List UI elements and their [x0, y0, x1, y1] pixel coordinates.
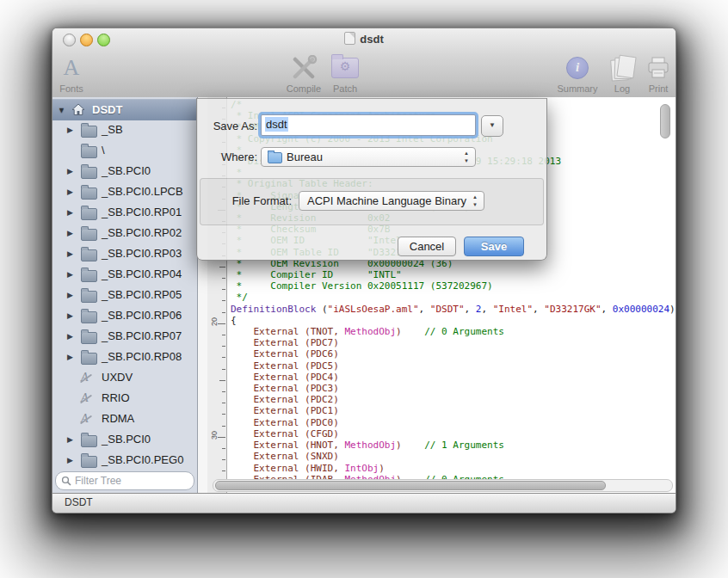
disclosure-triangle-icon[interactable]: ▶ [67, 435, 73, 444]
code-line: External (PDC4) [231, 372, 676, 383]
file-format-label: File Format: [197, 194, 292, 207]
sidebar-item-rdma[interactable]: ARDMA [52, 409, 197, 429]
method-icon: A [81, 412, 96, 426]
disclosure-triangle-icon[interactable]: ▶ [67, 456, 73, 464]
sidebar-item-[interactable]: \ [52, 140, 197, 161]
folder-icon [81, 350, 96, 364]
save-sheet: Save As: dsdt ▼ Where: Bureau ▲▼ File Fo… [196, 98, 547, 261]
patch-icon: ⚙ [321, 54, 369, 82]
code-line: External (PDC0) [231, 417, 676, 428]
toolbar-item-fonts[interactable]: A Fonts [52, 54, 96, 94]
sidebar-item-sbpci0rp07[interactable]: ▶_SB.PCI0.RP07 [52, 326, 197, 347]
disclosure-triangle-icon[interactable]: ▶ [67, 270, 73, 279]
sidebar-item-label: _SB.PCI0 [102, 164, 151, 177]
sidebar-item-sbpci0peg0[interactable]: ▶_SB.PCI0.PEG0 [52, 450, 197, 470]
vertical-scrollbar-thumb[interactable] [660, 104, 670, 138]
horizontal-scrollbar-track[interactable] [213, 479, 673, 492]
horizontal-scrollbar-thumb[interactable] [215, 481, 606, 490]
save-as-value: dsdt [265, 117, 288, 132]
sidebar-item-label: _SB.PCI0.RP06 [102, 309, 182, 322]
toolbar-item-patch[interactable]: ⚙ Patch [321, 54, 369, 94]
disclosure-triangle-icon[interactable]: ▶ [67, 353, 73, 361]
disclosure-triangle-icon[interactable]: ▶ [67, 208, 73, 217]
code-line: External (PDC1) [231, 405, 676, 416]
filter-placeholder: Filter Tree [75, 473, 121, 489]
save-as-label: Save As: [197, 120, 257, 132]
ruler-tick [218, 323, 225, 324]
titlebar[interactable]: dsdt [52, 28, 676, 49]
save-as-input[interactable]: dsdt [261, 114, 476, 136]
sidebar-item-sbpci0rp06[interactable]: ▶_SB.PCI0.RP06 [52, 305, 197, 326]
code-line: External (PDC6) [231, 348, 676, 360]
toolbar-item-print[interactable]: Print [634, 54, 676, 94]
folder-icon [81, 329, 96, 343]
ruler-tick [219, 267, 225, 267]
disclosure-triangle-icon[interactable]: ▶ [67, 188, 73, 196]
ruler-tick [219, 380, 225, 381]
folder-icon [81, 433, 96, 446]
ruler-tick [222, 369, 225, 370]
sidebar-item-sbpci0rp05[interactable]: ▶_SB.PCI0.RP05 [52, 285, 197, 305]
disclosure-triangle-icon[interactable]: ▶ [67, 126, 73, 134]
code-line: * Compiler Version 0x20051117 (537202967… [231, 280, 676, 292]
sidebar-item-sbpci0rp04[interactable]: ▶_SB.PCI0.RP04 [52, 264, 197, 285]
sidebar-item-dsdt[interactable]: ▼DSDT [52, 99, 197, 120]
sidebar-item-sbpci0[interactable]: ▶_SB.PCI0 [52, 161, 197, 181]
save-button[interactable]: Save [464, 237, 524, 256]
disclosure-triangle-icon[interactable]: ▶ [67, 291, 73, 299]
code-line: External (CFGD) [231, 428, 676, 440]
sidebar-item-rrio[interactable]: ARRIO [52, 388, 197, 409]
sidebar-item-label: _SB.PCI0.RP05 [102, 288, 182, 301]
popup-stepper-icon: ▲▼ [472, 194, 478, 209]
sidebar-item-label: _SB.PCI0 [102, 433, 151, 446]
file-format-popup[interactable]: ACPI Machine Language Binary ▲▼ [299, 191, 484, 211]
ruler-tick [222, 391, 225, 392]
ruler-line-number: 20 [210, 316, 219, 328]
sidebar-item-sbpci0rp02[interactable]: ▶_SB.PCI0.RP02 [52, 223, 197, 243]
sidebar-item-label: _SB.PCI0.RP08 [102, 350, 182, 363]
code-line: */ [231, 292, 676, 303]
ruler-tick [222, 346, 225, 347]
sidebar-item-sbpci0lpcb[interactable]: ▶_SB.PCI0.LPCB [52, 181, 197, 202]
sidebar-item-sbpci0rp01[interactable]: ▶_SB.PCI0.RP01 [52, 202, 197, 223]
sidebar-item-sbpci0rp03[interactable]: ▶_SB.PCI0.RP03 [52, 243, 197, 264]
code-line: External (TNOT, MethodObj) // 0 Argument… [231, 326, 676, 337]
folder-icon [81, 288, 96, 302]
disclosure-triangle-icon[interactable]: ▶ [67, 332, 73, 341]
sidebar-item-sbpci0[interactable]: ▶_SB.PCI0 [52, 429, 197, 450]
method-icon: A [81, 391, 96, 405]
sidebar-item-label: _SB.PCI0.PEG0 [102, 453, 183, 466]
sidebar-item-label: UXDV [102, 371, 133, 384]
where-value: Bureau [287, 151, 323, 163]
where-popup[interactable]: Bureau ▲▼ [261, 147, 476, 167]
sidebar-item-sb[interactable]: ▶_SB [52, 120, 197, 140]
disclosure-triangle-icon[interactable]: ▶ [67, 229, 73, 237]
toolbar-item-summary[interactable]: i Summary [553, 54, 602, 94]
sidebar-item-label: DSDT [92, 103, 122, 116]
disclosure-triangle-icon[interactable]: ▼ [58, 106, 65, 114]
disclosure-triangle-icon[interactable]: ▶ [67, 167, 73, 175]
filter-tree-field[interactable]: Filter Tree [55, 471, 194, 490]
code-line: External (SNXD) [231, 451, 676, 462]
cancel-button[interactable]: Cancel [398, 237, 456, 256]
disclosure-triangle-icon[interactable]: ▶ [67, 249, 73, 258]
sidebar-item-uxdv[interactable]: AUXDV [52, 367, 197, 388]
disclosure-triangle-icon[interactable]: ▶ [67, 311, 73, 320]
sidebar-tree: ▼DSDT▶_SB\▶_SB.PCI0▶_SB.PCI0.LPCB▶_SB.PC… [52, 97, 198, 494]
code-line: * Compiler ID "INTL" [231, 269, 676, 280]
ruler-tick [222, 448, 225, 449]
folder-icon [81, 185, 96, 199]
sidebar-item-label: \ [102, 144, 105, 157]
ruler-tick [222, 312, 225, 313]
sidebar-item-sbpci0rp08[interactable]: ▶_SB.PCI0.RP08 [52, 347, 197, 367]
fonts-icon: A [52, 54, 96, 82]
sidebar-item-label: _SB.PCI0.RP04 [102, 267, 182, 280]
file-format-value: ACPI Machine Language Binary [307, 194, 466, 207]
app-window: dsdt A Fonts Compile ⚙ [52, 28, 676, 513]
expand-sheet-button[interactable]: ▼ [481, 115, 503, 137]
ruler-tick [222, 470, 225, 471]
sidebar-item-label: _SB [102, 123, 123, 136]
search-icon [61, 475, 71, 490]
folder-icon [81, 144, 96, 157]
window-title: dsdt [52, 32, 676, 46]
